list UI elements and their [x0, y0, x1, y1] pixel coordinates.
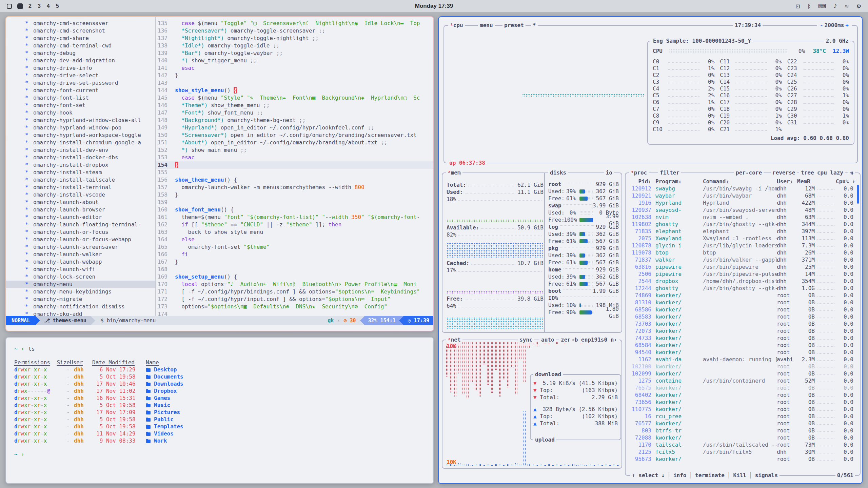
code-line[interactable]: 153 esac: [156, 154, 433, 161]
file-item[interactable]: *omarchy-notification-dismiss: [6, 303, 155, 310]
net-auto-button[interactable]: auto: [539, 336, 556, 344]
proc-row[interactable]: 71835elephantelephantdhh397M0.0: [628, 228, 857, 235]
code-line[interactable]: 157 omarchy-launch-walker -m menus:omarc…: [156, 184, 433, 191]
preset-button[interactable]: preset: [502, 22, 526, 29]
proc-row[interactable]: 2506pipewire/usr/bin/pipewire-pulsedhh14…: [628, 270, 857, 278]
code-line[interactable]: 147 *Font*) show_font_menu ;;: [156, 109, 433, 117]
proc-row[interactable]: 73656kworker/root0B0.0: [628, 399, 857, 406]
code-line[interactable]: 159: [156, 199, 433, 206]
file-item[interactable]: *omarchy-launch-about: [6, 199, 155, 206]
proc-row[interactable]: 2125fcitx5/usr/bin/fcitx5dhh30M0.0: [628, 448, 857, 455]
proc-row[interactable]: 102099kworker/root0B0.0: [628, 370, 857, 377]
proc-row[interactable]: 63816pipewire/usr/bin/pipewiredhh25M0.0: [628, 263, 857, 270]
code-line[interactable]: 161 theme=$(menu "Font" "$(omarchy-font-…: [156, 214, 433, 221]
proc-row[interactable]: 1275containe/usr/bin/containerdroot52M0.…: [628, 377, 857, 384]
proc-row[interactable]: 120921waybar/usr/bin/waybardhh68M0.0: [628, 192, 857, 199]
tree-button[interactable]: tree: [799, 169, 816, 177]
file-item[interactable]: *omarchy-cmd-screensaver: [6, 20, 155, 27]
proc-row[interactable]: 2075XwaylandXwayland :1 -rootless -dhh11…: [628, 235, 857, 242]
file-item[interactable]: *omarchy-install-dev-env: [6, 146, 155, 154]
code-line[interactable]: 169show_setup_menu() {: [156, 273, 433, 281]
proc-footer-terminate[interactable]: terminate: [695, 472, 725, 479]
file-item[interactable]: *omarchy-font-current: [6, 87, 155, 94]
code-line[interactable]: 146 *Theme*) show_theme_menu ;;: [156, 102, 433, 109]
interval-increase-button[interactable]: +: [844, 22, 850, 28]
file-item[interactable]: *omarchy-cmd-screenshot: [6, 27, 155, 35]
sort-selector[interactable]: cpu lazy: [815, 169, 845, 177]
proc-row[interactable]: 72073kworker/root0B0.0: [628, 327, 857, 334]
proc-row[interactable]: 74733kworker/root0B0.0: [628, 334, 857, 342]
proc-row[interactable]: 803btrfs-trroot0B0.0: [628, 427, 857, 434]
proc-row[interactable]: 76577kworker/root0B0.0: [628, 420, 857, 427]
editor-window[interactable]: *omarchy-cmd-screensaver*omarchy-cmd-scr…: [5, 16, 434, 331]
file-item[interactable]: *omarchy-font-set: [6, 102, 155, 109]
workspace-5[interactable]: 5: [56, 3, 59, 9]
code-line[interactable]: 160show_font_menu() {: [156, 206, 433, 214]
per-core-button[interactable]: per-core: [734, 169, 764, 177]
code-line[interactable]: 166 fi: [156, 251, 433, 258]
code-line[interactable]: 164 else: [156, 236, 433, 243]
file-item[interactable]: *omarchy-install-tailscale: [6, 176, 155, 184]
settings-icon[interactable]: ⚙: [856, 3, 861, 9]
code-line[interactable]: 149 *Hyprland*) open_in_editor ~/.config…: [156, 124, 433, 131]
file-item[interactable]: *omarchy-debug: [6, 49, 155, 57]
file-item[interactable]: *omarchy-install-terminal: [6, 184, 155, 191]
file-item[interactable]: *omarchy-menu-keybindings: [6, 288, 155, 296]
io-toggle[interactable]: io: [604, 169, 614, 177]
code-line[interactable]: 150 *Screensaver*) open_in_editor ~/.con…: [156, 131, 433, 139]
code-line[interactable]: 162 if [[ "$theme" == "CNCLD" || -z "$th…: [156, 221, 433, 228]
code-line[interactable]: 136 *Screensaver*) omarchy-toggle-screen…: [156, 27, 433, 35]
code-line[interactable]: 167}: [156, 258, 433, 266]
network-icon[interactable]: ≈: [844, 3, 849, 9]
file-item[interactable]: *omarchy-launch-or-focus-webapp: [6, 236, 155, 243]
proc-row[interactable]: 68586kworker/root0B0.0: [628, 306, 857, 313]
file-item[interactable]: *omarchy-pkg-add: [6, 310, 155, 316]
file-item[interactable]: *omarchy-hyprland-window-pop: [6, 124, 155, 131]
file-item[interactable]: *omarchy-cmd-terminal-cwd: [6, 42, 155, 49]
proc-row[interactable]: 76575kworker/root0B0.0: [628, 384, 857, 391]
file-item[interactable]: *omarchy-migrate: [6, 296, 155, 303]
proc-row[interactable]: 1170tailscal/usr/sbin/tailscaled --root7…: [628, 441, 857, 448]
code-line[interactable]: 137 *Nightlight*) omarchy-toggle-nightli…: [156, 35, 433, 42]
file-item[interactable]: *omarchy-launch-or-focus: [6, 228, 155, 236]
proc-row[interactable]: 72088kworker/root0B0.0: [628, 434, 857, 441]
file-item[interactable]: *omarchy-launch-browser: [6, 206, 155, 214]
screenshot-frame-icon[interactable]: [7, 4, 12, 9]
terminal-window[interactable]: ~ › ls PermissionsSizeUserDate ModifiedN…: [5, 337, 434, 484]
file-item[interactable]: *omarchy-dev-add-migration: [6, 57, 155, 64]
code-line[interactable]: 154}: [156, 161, 433, 169]
code-line[interactable]: 141 esac: [156, 64, 433, 72]
proc-row[interactable]: 1916HyprlandHyprlanddhh422M0.0: [628, 199, 857, 206]
code-line[interactable]: 158}: [156, 191, 433, 199]
proc-row[interactable]: 71837walker/usr/bin/walker --gappldhh371…: [628, 256, 857, 263]
code-line[interactable]: 135 case $(menu "Toggle" "▢ Screensaver\…: [156, 20, 433, 27]
file-item[interactable]: *omarchy-drive-info: [6, 64, 155, 72]
proc-row[interactable]: 74869kworker/root0B0.0: [628, 292, 857, 299]
proc-row[interactable]: 120912swaybg/usr/bin/swaybg -i /homdhh12…: [628, 185, 857, 192]
proc-row[interactable]: 2544dropbox/home/dhh/.dropbox-distdhh354…: [628, 278, 857, 285]
btop-window[interactable]: ¹cpu menu preset * 17:39:34 -2000ms+ Eng…: [438, 16, 863, 484]
proc-row[interactable]: 120937swayosd-/usr/bin/swayosd-serverdhh…: [628, 206, 857, 214]
keyboard-icon[interactable]: ⌨: [818, 3, 826, 9]
code-line[interactable]: 168: [156, 266, 433, 273]
file-item[interactable]: *omarchy-drive-set-password: [6, 79, 155, 87]
proc-row[interactable]: 102100kworker/root0B0.0: [628, 363, 857, 370]
filter-button[interactable]: filter: [658, 169, 681, 177]
proc-footer-select[interactable]: ↑ select ↓: [632, 472, 665, 479]
proc-row[interactable]: 68584kworker/root0B0.0: [628, 342, 857, 349]
proc-row[interactable]: 102638nvimnvim --embed .dhh63M0.0: [628, 214, 857, 221]
file-item[interactable]: *omarchy-launch-editor: [6, 214, 155, 221]
proc-row[interactable]: 16rcu_preeroot0B0.0: [628, 413, 857, 420]
proc-row[interactable]: 120878glycin-i/usr/lib/glycin-loadersdhh…: [628, 242, 857, 249]
code-line[interactable]: 140 *) show_trigger_menu ;;: [156, 57, 433, 64]
proc-row[interactable]: 81310kworker/root0B0.0: [628, 299, 857, 306]
net-sync-button[interactable]: sync: [518, 336, 534, 344]
bluetooth-icon[interactable]: ᛒ: [807, 3, 811, 9]
workspace-2[interactable]: 2: [28, 3, 32, 9]
file-item[interactable]: *omarchy-launch-screensaver: [6, 243, 155, 251]
code-line[interactable]: 155: [156, 169, 433, 176]
proc-row[interactable]: 119802ghostty/usr/bin/ghostty --gtk-dhh3…: [628, 221, 857, 228]
interval-decrease-button[interactable]: -: [818, 22, 825, 28]
proc-row[interactable]: 1162avahi-daavahi-daemon: running [avahi…: [628, 356, 857, 363]
proc-scrollbar[interactable]: [857, 185, 859, 204]
